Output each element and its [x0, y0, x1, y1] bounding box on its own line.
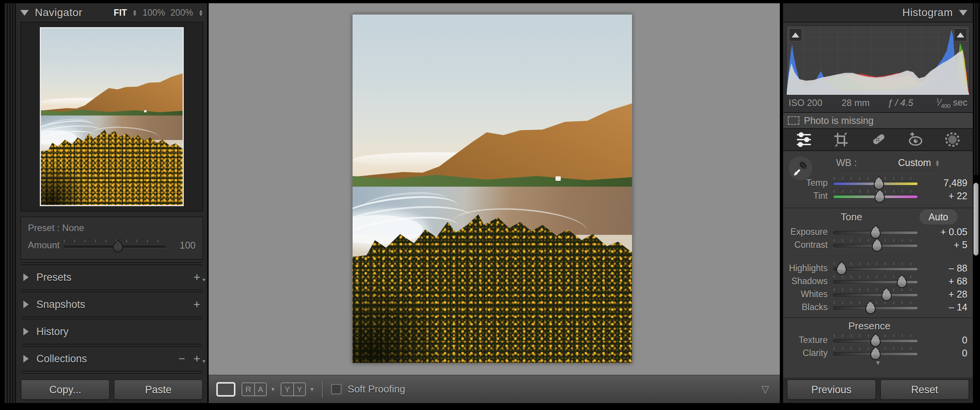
temp-slider-thumb[interactable] — [874, 179, 884, 190]
amount-value[interactable]: 100 — [171, 240, 196, 251]
contrast-slider[interactable] — [833, 239, 918, 251]
before-cell[interactable]: Y — [281, 383, 293, 395]
clarity-slider-thumb[interactable] — [871, 350, 881, 360]
tint-value[interactable]: + 22 — [918, 190, 967, 202]
white-balance-group: WB : Custom ▲▼ Temp 7,489 Tint — [783, 151, 973, 208]
highlights-value[interactable]: – 88 — [918, 263, 967, 274]
whites-value[interactable]: + 28 — [918, 289, 967, 300]
expand-triangle-icon[interactable] — [23, 301, 29, 308]
expand-triangle-icon[interactable] — [23, 355, 29, 363]
exposure-slider[interactable] — [833, 226, 918, 238]
histogram-header[interactable]: Histogram — [783, 3, 973, 22]
contrast-value[interactable]: + 5 — [918, 239, 967, 251]
whites-slider[interactable] — [833, 288, 918, 300]
amount-slider[interactable] — [64, 239, 166, 251]
navigator-header[interactable]: Navigator FIT ▲▼ 100% 200% ▲▼ — [20, 3, 203, 22]
shadows-value[interactable]: + 68 — [918, 276, 967, 287]
exposure-value[interactable]: + 0.05 — [918, 226, 967, 238]
tint-label[interactable]: Tint — [786, 191, 833, 201]
white-balance-eyedropper-icon[interactable] — [789, 156, 812, 180]
exposure-slider-thumb[interactable] — [871, 228, 881, 239]
right-panel-edge-grip[interactable] — [973, 3, 979, 175]
shadows-slider-thumb[interactable] — [897, 278, 907, 288]
highlights-slider[interactable] — [833, 262, 918, 274]
sidebar-item-collections[interactable]: Collections − + — [20, 349, 203, 368]
tint-slider[interactable] — [833, 190, 918, 202]
photo-missing-banner[interactable]: Photo is missing — [783, 113, 973, 129]
texture-slider[interactable] — [833, 334, 918, 346]
exposure-label[interactable]: Exposure — [786, 227, 833, 237]
clarity-slider[interactable] — [833, 347, 918, 359]
blacks-slider-thumb[interactable] — [865, 304, 875, 314]
contrast-slider-thumb[interactable] — [872, 241, 882, 252]
zoom-fit-option[interactable]: FIT — [114, 8, 127, 18]
blacks-slider[interactable] — [833, 301, 918, 313]
presence-header: Presence — [783, 318, 973, 334]
before-after-view-icon[interactable]: Y Y — [281, 382, 306, 396]
expand-triangle-icon[interactable] — [23, 328, 29, 335]
highlights-label[interactable]: Highlights — [786, 263, 833, 273]
masking-icon[interactable] — [944, 131, 961, 148]
temp-slider[interactable] — [833, 177, 918, 189]
texture-value[interactable]: 0 — [918, 335, 967, 346]
shadows-slider[interactable] — [833, 275, 918, 287]
compare-reference-cell[interactable]: R — [242, 383, 254, 395]
compare-active-cell[interactable]: A — [254, 383, 266, 395]
healing-brush-icon[interactable] — [870, 132, 886, 148]
collapse-triangle-icon[interactable] — [20, 10, 29, 16]
create-collection-plus-icon[interactable]: + — [193, 353, 200, 364]
chevron-down-icon[interactable]: ▾ — [310, 386, 314, 393]
compare-view-icon[interactable]: R A — [242, 382, 267, 396]
whites-label[interactable]: Whites — [786, 289, 833, 299]
remove-collection-minus-icon[interactable]: − — [178, 353, 185, 364]
loupe-view-icon[interactable] — [216, 382, 235, 397]
clarity-label[interactable]: Clarity — [786, 348, 833, 358]
updown-arrows-icon[interactable]: ▲▼ — [132, 9, 137, 16]
highlight-clipping-button[interactable] — [954, 28, 967, 41]
chevron-down-icon[interactable]: ▾ — [271, 386, 274, 393]
panel-scroll-triangle-icon[interactable]: ▼ — [783, 360, 973, 367]
zoom-100-option[interactable]: 100% — [142, 8, 165, 18]
texture-label[interactable]: Texture — [786, 335, 833, 345]
shadow-clipping-button[interactable] — [789, 28, 802, 41]
create-preset-plus-icon[interactable]: + — [193, 272, 200, 283]
collapse-triangle-icon[interactable] — [959, 10, 967, 16]
toolbar-options-triangle-icon[interactable]: ▽ — [761, 383, 769, 395]
clarity-value[interactable]: 0 — [918, 348, 967, 359]
expand-triangle-icon[interactable] — [23, 273, 29, 281]
wb-preset-select[interactable]: Custom ▲▼ — [898, 157, 940, 168]
whites-slider-thumb[interactable] — [881, 291, 892, 301]
reset-button[interactable]: Reset — [880, 380, 969, 400]
auto-tone-button[interactable]: Auto — [920, 210, 957, 225]
right-panel-scrollbar[interactable] — [973, 183, 978, 255]
texture-slider-thumb[interactable] — [871, 337, 881, 347]
blacks-value[interactable]: – 14 — [918, 302, 967, 313]
temp-value[interactable]: 7,489 — [918, 177, 967, 189]
after-cell[interactable]: Y — [293, 383, 305, 395]
updown-arrows-icon[interactable]: ▲▼ — [198, 9, 203, 16]
sidebar-item-snapshots[interactable]: Snapshots + — [20, 295, 203, 314]
shadows-label[interactable]: Shadows — [786, 276, 833, 286]
soft-proofing-checkbox[interactable] — [331, 384, 341, 394]
red-eye-correction-icon[interactable] — [906, 132, 923, 148]
zoom-200-option[interactable]: 200% — [170, 8, 193, 18]
sidebar-item-history[interactable]: History — [20, 322, 203, 341]
navigator-preview[interactable] — [20, 22, 203, 212]
navigator-thumbnail[interactable] — [40, 27, 184, 206]
crop-overlay-icon[interactable] — [833, 132, 849, 148]
previous-button[interactable]: Previous — [787, 380, 876, 400]
highlights-slider-thumb[interactable] — [836, 265, 847, 275]
blacks-label[interactable]: Blacks — [786, 302, 833, 312]
edit-sliders-icon[interactable] — [795, 132, 812, 147]
histogram-chart[interactable] — [786, 26, 970, 95]
paste-settings-button[interactable]: Paste — [114, 380, 203, 400]
copy-settings-button[interactable]: Copy... — [21, 380, 109, 400]
create-snapshot-plus-icon[interactable]: + — [193, 299, 200, 310]
contrast-label[interactable]: Contrast — [786, 240, 833, 250]
tint-slider-thumb[interactable] — [875, 192, 885, 203]
temp-label[interactable]: Temp — [786, 178, 833, 188]
wb-selected-value[interactable]: Custom — [898, 157, 931, 168]
sidebar-item-presets[interactable]: Presets + — [20, 268, 203, 287]
amount-slider-thumb[interactable] — [113, 242, 123, 252]
main-photo[interactable] — [352, 14, 632, 363]
